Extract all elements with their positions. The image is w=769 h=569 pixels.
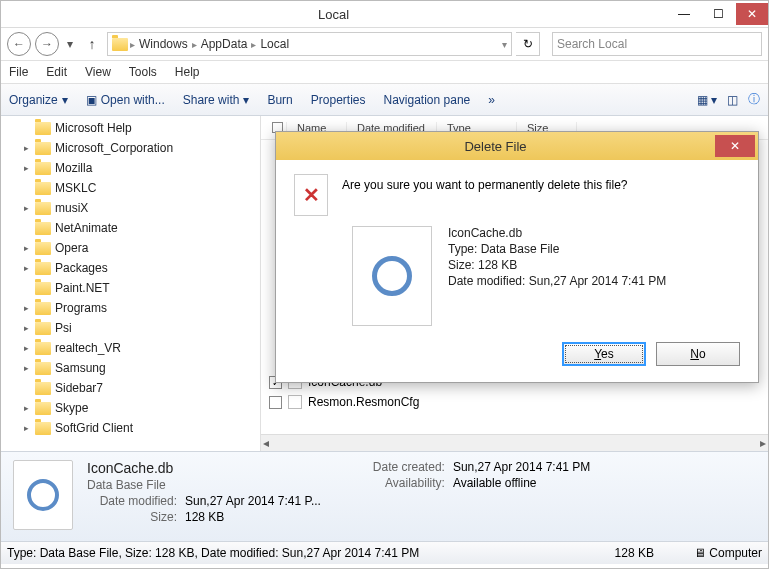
tree-item-label: Packages [55, 261, 108, 275]
details-availability: Available offline [453, 476, 537, 490]
close-button[interactable]: ✕ [736, 3, 768, 25]
folder-icon [35, 242, 51, 255]
file-icon [288, 395, 302, 409]
menu-tools[interactable]: Tools [129, 65, 157, 79]
expand-icon[interactable]: ▸ [21, 243, 31, 253]
dialog-close-button[interactable]: ✕ [715, 135, 755, 157]
tree-item[interactable]: ▸Microsoft_Corporation [1, 138, 260, 158]
refresh-button[interactable]: ↻ [516, 32, 540, 56]
no-button[interactable]: No [656, 342, 740, 366]
tree-item[interactable]: MSKLC [1, 178, 260, 198]
folder-icon [35, 302, 51, 315]
breadcrumb-seg[interactable]: Local [258, 37, 291, 51]
tree-item[interactable]: ▸realtech_VR [1, 338, 260, 358]
expand-icon[interactable]: ▸ [21, 423, 31, 433]
expand-icon[interactable]: ▸ [21, 143, 31, 153]
dialog-file-icon [352, 226, 432, 326]
tree-item-label: Mozilla [55, 161, 92, 175]
file-checkbox[interactable] [269, 396, 282, 409]
menu-view[interactable]: View [85, 65, 111, 79]
breadcrumb-seg[interactable]: AppData [199, 37, 250, 51]
folder-icon [35, 382, 51, 395]
tree-item[interactable]: NetAnimate [1, 218, 260, 238]
details-size: 128 KB [185, 510, 224, 524]
properties-button[interactable]: Properties [311, 93, 366, 107]
overflow-button[interactable]: » [488, 93, 495, 107]
history-dropdown[interactable]: ▾ [63, 37, 77, 51]
tree-item-label: Microsoft Help [55, 121, 132, 135]
horizontal-scrollbar[interactable]: ◂▸ [261, 434, 768, 451]
address-bar[interactable]: ▸ Windows ▸ AppData ▸ Local ▾ [107, 32, 512, 56]
tree-item-label: Microsoft_Corporation [55, 141, 173, 155]
tree-item[interactable]: ▸Packages [1, 258, 260, 278]
tree-item[interactable]: ▸Mozilla [1, 158, 260, 178]
tree-item[interactable]: ▸SoftGrid Client [1, 418, 260, 438]
expand-icon[interactable]: ▸ [21, 343, 31, 353]
expand-icon[interactable]: ▸ [21, 403, 31, 413]
file-large-icon [13, 460, 73, 530]
folder-icon [112, 38, 128, 51]
tree-item-label: musiX [55, 201, 88, 215]
details-pane: IconCache.db Data Base File Date modifie… [1, 451, 768, 541]
tree-item[interactable]: ▸Psi [1, 318, 260, 338]
tree-item-label: SoftGrid Client [55, 421, 133, 435]
folder-icon [35, 322, 51, 335]
expand-icon[interactable]: ▸ [21, 203, 31, 213]
breadcrumb-seg[interactable]: Windows [137, 37, 190, 51]
expand-icon[interactable]: ▸ [21, 303, 31, 313]
tree-item-label: NetAnimate [55, 221, 118, 235]
burn-button[interactable]: Burn [267, 93, 292, 107]
menu-help[interactable]: Help [175, 65, 200, 79]
folder-icon [35, 142, 51, 155]
tree-item[interactable]: Paint.NET [1, 278, 260, 298]
folder-icon [35, 402, 51, 415]
file-row[interactable]: Resmon.ResmonCfg [269, 392, 760, 412]
view-options-icon[interactable]: ▦ ▾ [697, 93, 717, 107]
folder-icon [35, 182, 51, 195]
expand-icon[interactable]: ▸ [21, 363, 31, 373]
preview-pane-icon[interactable]: ◫ [727, 93, 738, 107]
folder-icon [35, 202, 51, 215]
tree-item[interactable]: ▸Opera [1, 238, 260, 258]
delete-x-icon: ✕ [294, 174, 328, 216]
tree-item[interactable]: ▸Samsung [1, 358, 260, 378]
status-text: Type: Data Base File, Size: 128 KB, Date… [7, 546, 575, 560]
tree-item[interactable]: ▸Skype [1, 398, 260, 418]
folder-icon [35, 282, 51, 295]
dialog-file-size: Size: 128 KB [448, 258, 666, 272]
details-filename: IconCache.db [87, 460, 321, 476]
tree-item[interactable]: ▸Programs [1, 298, 260, 318]
search-input[interactable]: Search Local [552, 32, 762, 56]
window-title: Local [1, 7, 666, 22]
window-titlebar: Local — ☐ ✕ [1, 1, 768, 28]
navigation-pane-button[interactable]: Navigation pane [384, 93, 471, 107]
tree-item[interactable]: Sidebar7 [1, 378, 260, 398]
folder-icon [35, 422, 51, 435]
open-with-button[interactable]: ▣ Open with... [86, 93, 165, 107]
up-button[interactable]: ↑ [81, 33, 103, 55]
tree-item[interactable]: ▸musiX [1, 198, 260, 218]
tree-item-label: Psi [55, 321, 72, 335]
menu-file[interactable]: File [9, 65, 28, 79]
help-icon[interactable]: ⓘ [748, 91, 760, 108]
folder-tree[interactable]: Microsoft Help▸Microsoft_Corporation▸Moz… [1, 116, 261, 451]
expand-icon[interactable]: ▸ [21, 163, 31, 173]
menu-edit[interactable]: Edit [46, 65, 67, 79]
minimize-button[interactable]: — [668, 3, 700, 25]
yes-button[interactable]: Yes [562, 342, 646, 366]
status-computer: 🖥 Computer [694, 546, 762, 560]
tree-item[interactable]: Microsoft Help [1, 118, 260, 138]
back-button[interactable]: ← [7, 32, 31, 56]
expand-icon[interactable]: ▸ [21, 263, 31, 273]
share-with-button[interactable]: Share with ▾ [183, 93, 250, 107]
expand-icon[interactable]: ▸ [21, 323, 31, 333]
forward-button[interactable]: → [35, 32, 59, 56]
organize-button[interactable]: Organize ▾ [9, 93, 68, 107]
maximize-button[interactable]: ☐ [702, 3, 734, 25]
tree-item-label: Skype [55, 401, 88, 415]
folder-icon [35, 342, 51, 355]
navigation-bar: ← → ▾ ↑ ▸ Windows ▸ AppData ▸ Local ▾ ↻ … [1, 28, 768, 61]
search-placeholder: Search Local [557, 37, 627, 51]
folder-icon [35, 262, 51, 275]
dialog-titlebar[interactable]: Delete File ✕ [276, 132, 758, 160]
